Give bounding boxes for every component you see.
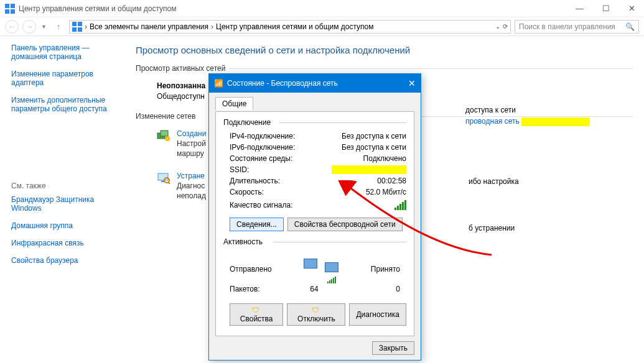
properties-button[interactable]: 🛡Свойства [230, 303, 283, 326]
sidebar-homegroup-link[interactable]: Домашняя группа [11, 221, 123, 230]
task1-note: ибо настройка [469, 177, 519, 186]
forward-button[interactable]: → [22, 20, 36, 34]
svg-line-7 [168, 182, 170, 184]
close-dialog-button[interactable]: Закрыть [372, 341, 414, 355]
search-input[interactable]: Поиск в панели управления 🔍 [515, 20, 639, 34]
activity-group-label: Активность [223, 237, 406, 246]
dialog-title: Состояние - Беспроводная сеть [227, 79, 338, 88]
ipv6-value: Без доступа к сети [332, 143, 406, 152]
diagnose-button[interactable]: Диагностика [349, 303, 406, 326]
sidebar-browser-link[interactable]: Свойства браузера [11, 256, 123, 265]
speed-label: Скорость: [230, 188, 332, 196]
sidebar-infrared-link[interactable]: Инфракрасная связь [11, 239, 123, 247]
packets-received-value: 0 [343, 285, 400, 293]
back-button[interactable]: ← [5, 20, 19, 34]
chevron-right-icon: › [85, 22, 87, 31]
task2-desc-line1: Диагнос [177, 182, 205, 190]
details-button[interactable]: Сведения... [230, 218, 284, 231]
status-dialog: 📶 Состояние - Беспроводная сеть ✕ Общие … [208, 73, 421, 361]
sent-label: Отправлено [230, 265, 272, 273]
dialog-titlebar[interactable]: 📶 Состояние - Беспроводная сеть ✕ [209, 74, 421, 93]
task-new-connection-link[interactable]: Создани [177, 129, 206, 138]
media-value: Подключено [332, 154, 406, 163]
ssid-value-redacted [332, 165, 406, 174]
active-networks-label: Просмотр активных сетей [136, 64, 633, 73]
packets-sent-value: 64 [286, 285, 343, 293]
ipv4-value: Без доступа к сети [332, 132, 406, 140]
shield-icon: 🛡 [252, 306, 259, 315]
history-dropdown[interactable]: ▼ [40, 24, 48, 30]
svg-text:+: + [166, 137, 169, 141]
window-title: Центр управления сетями и общим доступом [19, 4, 177, 13]
breadcrumb-item-2[interactable]: Центр управления сетями и общим доступом [216, 22, 374, 31]
activity-icon [302, 257, 340, 281]
window-titlebar: Центр управления сетями и общим доступом… [0, 0, 644, 17]
wireless-properties-button[interactable]: Свойства беспроводной сети [287, 218, 403, 231]
close-button[interactable]: ✕ [625, 2, 639, 14]
ipv6-label: IPv6-подключение: [230, 143, 332, 152]
sidebar-sharing-link[interactable]: Изменить дополнительные параметры общего… [11, 96, 123, 113]
sidebar-firewall-link[interactable]: Брандмауэр Защитника Windows [11, 195, 123, 213]
sidebar-home-link[interactable]: Панель управления — домашняя страница [11, 44, 123, 61]
sidebar: Панель управления — домашняя страница Из… [11, 44, 129, 363]
task1-desc-line1: Настрой [177, 139, 206, 148]
packets-label: Пакетов: [230, 285, 286, 293]
breadcrumb-item-1[interactable]: Все элементы панели управления [90, 22, 208, 31]
ipv4-label: IPv4-подключение: [230, 132, 332, 140]
maximize-button[interactable]: ☐ [599, 2, 614, 14]
svg-rect-1 [161, 131, 168, 136]
minimize-button[interactable]: — [572, 2, 587, 14]
refresh-icon[interactable]: ⟳ [503, 23, 508, 30]
tab-general[interactable]: Общие [215, 97, 253, 110]
dialog-close-button[interactable]: ✕ [408, 78, 416, 88]
navbar: ← → ▼ ↑ › Все элементы панели управления… [0, 17, 644, 36]
duration-value: 00:02:58 [332, 177, 406, 185]
page-title: Просмотр основных сведений о сети и наст… [136, 45, 633, 55]
control-panel-icon [72, 22, 82, 32]
received-label: Принято [371, 265, 400, 273]
speed-value: 52.0 Мбит/с [332, 188, 406, 196]
signal-bars-icon [394, 200, 406, 210]
search-placeholder: Поиск в панели управления [519, 22, 615, 31]
troubleshoot-icon [157, 172, 170, 184]
ssid-label: SSID: [230, 165, 332, 174]
wifi-icon: 📶 [214, 79, 223, 88]
up-button[interactable]: ↑ [52, 20, 65, 34]
shield-icon: 🛡 [312, 306, 319, 315]
signal-label: Качество сигнала: [230, 201, 292, 209]
disable-button[interactable]: 🛡Отключить [287, 303, 345, 326]
duration-label: Длительность: [230, 177, 332, 185]
new-connection-icon: + [157, 129, 170, 142]
svg-rect-4 [158, 173, 168, 180]
task1-desc-line2: маршру [177, 149, 204, 158]
app-icon [5, 4, 15, 14]
chevron-right-icon: › [211, 22, 213, 31]
breadcrumb[interactable]: › Все элементы панели управления › Центр… [69, 20, 511, 34]
task2-desc-line2: неполад [177, 191, 206, 200]
task-troubleshoot-link[interactable]: Устране [177, 172, 205, 180]
task2-note: б устранении [469, 224, 515, 232]
connection-group-label: Подключение [223, 118, 406, 127]
media-label: Состояние среды: [230, 154, 332, 163]
breadcrumb-dropdown-icon[interactable]: ⌄ [495, 23, 500, 30]
see-also-heading: См. также [11, 182, 123, 190]
sidebar-adapter-link[interactable]: Изменение параметров адаптера [11, 70, 123, 87]
search-icon: 🔍 [625, 22, 635, 31]
